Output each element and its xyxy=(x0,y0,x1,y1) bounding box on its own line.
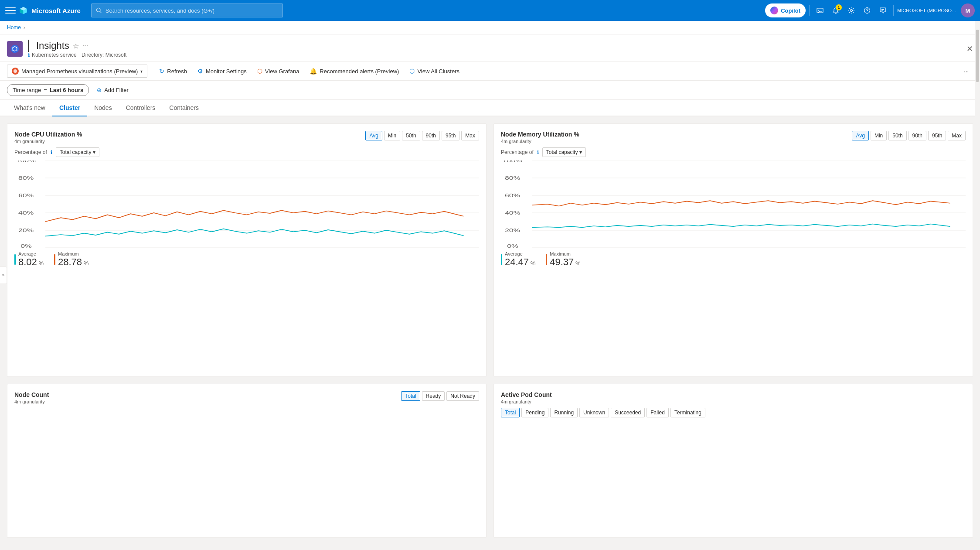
tab-containers[interactable]: Containers xyxy=(162,100,206,116)
brand-logo-area: Microsoft Azure xyxy=(19,6,81,15)
page-title-row: Insights ☆ ··· ℹ Kubernetes service Dire… xyxy=(7,40,973,61)
cpu-max-bar xyxy=(54,254,55,265)
pod-running-button[interactable]: Running xyxy=(550,408,578,417)
user-account[interactable]: MICROSOFT (MICROSOFT.ONMI...) M xyxy=(897,3,975,17)
settings-button[interactable] xyxy=(844,3,858,17)
scrollbar-thumb[interactable] xyxy=(976,30,979,82)
feedback-button[interactable] xyxy=(876,3,890,17)
tab-navigation: What's new Cluster Nodes Controllers Con… xyxy=(0,100,980,116)
svg-text:20%: 20% xyxy=(18,228,34,233)
search-bar[interactable]: Search resources, services, and docs (G+… xyxy=(91,3,283,17)
add-filter-button[interactable]: ⊕ Add Filter xyxy=(92,85,133,96)
expand-panel-button[interactable]: » xyxy=(0,266,7,284)
hamburger-menu[interactable] xyxy=(5,5,16,16)
scrollbar-track[interactable] xyxy=(975,21,980,545)
clusters-icon: ⬡ xyxy=(409,68,415,75)
copilot-button[interactable]: Copilot xyxy=(765,3,806,17)
cpu-avg-value-row: 8.02 % xyxy=(18,256,44,268)
memory-chart-legend: Average 24.47 % Maximum 49.37 % xyxy=(501,251,966,268)
breadcrumb: Home › xyxy=(0,21,980,34)
cloud-shell-button[interactable] xyxy=(813,3,827,17)
tab-whats-new[interactable]: What's new xyxy=(7,100,52,116)
time-range-button[interactable]: Time range = Last 6 hours xyxy=(7,84,89,96)
help-button[interactable] xyxy=(860,3,874,17)
tab-controllers[interactable]: Controllers xyxy=(119,100,163,116)
pod-failed-button[interactable]: Failed xyxy=(647,408,669,417)
memory-avg-info: Average 24.47 % xyxy=(505,251,535,268)
memory-capacity-dropdown[interactable]: Total capacity ▾ xyxy=(542,147,586,157)
svg-text:100%: 100% xyxy=(16,161,36,164)
pod-pending-button[interactable]: Pending xyxy=(521,408,548,417)
breadcrumb-home[interactable]: Home xyxy=(7,24,21,31)
nav-right-icons: Copilot 1 MICROSOFT (MICROSOFT.ONMI...) … xyxy=(765,3,975,17)
recommended-alerts-button[interactable]: 🔔 Recommended alerts (Preview) xyxy=(305,65,403,77)
cpu-ctrl-avg[interactable]: Avg xyxy=(365,131,382,140)
cpu-capacity-dropdown[interactable]: Total capacity ▾ xyxy=(56,147,100,157)
tab-cluster[interactable]: Cluster xyxy=(52,100,87,116)
memory-ctrl-95th[interactable]: 95th xyxy=(928,131,946,140)
notifications-button[interactable]: 1 xyxy=(829,3,843,17)
toolbar-more-button[interactable]: ··· xyxy=(960,65,973,77)
memory-avg-legend: Average 24.47 % xyxy=(501,251,535,268)
pod-count-card: Active Pod Count 4m granularity Total Pe… xyxy=(493,384,973,538)
memory-max-legend: Maximum 49.37 % xyxy=(546,251,580,268)
cpu-info-icon[interactable]: ℹ xyxy=(51,150,52,155)
node-count-title: Node Count xyxy=(14,391,49,398)
cpu-chart-title-area: Node CPU Utilization % 4m granularity xyxy=(14,131,82,144)
cpu-avg-bar xyxy=(14,254,16,265)
svg-text:0%: 0% xyxy=(507,243,518,248)
svg-point-10 xyxy=(14,69,17,73)
memory-ctrl-max[interactable]: Max xyxy=(948,131,966,140)
node-ready-button[interactable]: Ready xyxy=(422,391,445,401)
cpu-ctrl-max[interactable]: Max xyxy=(461,131,479,140)
cpu-avg-info: Average 8.02 % xyxy=(18,251,44,268)
view-grafana-button[interactable]: ⬡ View Grafana xyxy=(253,65,304,77)
info-icon: ℹ xyxy=(28,52,30,58)
svg-text:40%: 40% xyxy=(18,211,34,216)
prometheus-button[interactable]: Managed Prometheus visualizations (Previ… xyxy=(7,65,147,78)
cpu-ctrl-90th[interactable]: 90th xyxy=(422,131,440,140)
svg-point-6 xyxy=(867,12,867,12)
cpu-percentage-row: Percentage of ℹ Total capacity ▾ xyxy=(14,147,479,157)
node-not-ready-button[interactable]: Not Ready xyxy=(446,391,479,401)
pod-count-title-area: Active Pod Count 4m granularity xyxy=(501,391,552,404)
cpu-ctrl-min[interactable]: Min xyxy=(384,131,400,140)
node-count-granularity: 4m granularity xyxy=(14,399,49,404)
memory-ctrl-50th[interactable]: 50th xyxy=(888,131,906,140)
memory-info-icon[interactable]: ℹ xyxy=(537,150,539,155)
memory-chart-header: Node Memory Utilization % 4m granularity… xyxy=(501,131,966,144)
memory-ctrl-avg[interactable]: Avg xyxy=(852,131,868,140)
pod-succeeded-button[interactable]: Succeeded xyxy=(611,408,645,417)
memory-max-value-row: 49.37 % xyxy=(550,256,580,268)
refresh-button[interactable]: ↻ Refresh xyxy=(155,65,191,77)
pod-count-title: Active Pod Count xyxy=(501,391,552,398)
cpu-chart-granularity: 4m granularity xyxy=(14,139,82,144)
node-count-card: Node Count 4m granularity Total Ready No… xyxy=(7,384,487,538)
page-identity: Insights ☆ ··· ℹ Kubernetes service Dire… xyxy=(28,40,126,58)
memory-ctrl-min[interactable]: Min xyxy=(871,131,887,140)
monitor-settings-button[interactable]: ⚙ Monitor Settings xyxy=(193,65,251,77)
user-avatar: M xyxy=(961,3,975,17)
filter-bar: Time range = Last 6 hours ⊕ Add Filter xyxy=(0,81,980,100)
cpu-ctrl-95th[interactable]: 95th xyxy=(442,131,459,140)
svg-point-4 xyxy=(851,10,853,12)
cpu-percentage-label: Percentage of xyxy=(14,149,47,155)
favorite-star-button[interactable]: ☆ xyxy=(73,42,79,50)
cpu-chart-area: 100% 80% 60% 40% 20% 0% 09 AM 10 AM 11 A… xyxy=(14,161,479,248)
pod-total-button[interactable]: Total xyxy=(501,408,520,417)
time-range-eq: = xyxy=(44,87,47,93)
copilot-logo-icon xyxy=(770,7,778,14)
tab-nodes[interactable]: Nodes xyxy=(87,100,119,116)
pod-terminating-button[interactable]: Terminating xyxy=(670,408,705,417)
cpu-ctrl-50th[interactable]: 50th xyxy=(402,131,420,140)
memory-percentage-row: Percentage of ℹ Total capacity ▾ xyxy=(501,147,966,157)
node-total-button[interactable]: Total xyxy=(401,391,420,401)
cpu-chart-title: Node CPU Utilization % xyxy=(14,131,82,138)
view-all-clusters-button[interactable]: ⬡ View All Clusters xyxy=(405,65,464,77)
svg-line-1 xyxy=(100,11,101,13)
close-panel-button[interactable]: ✕ xyxy=(966,44,973,54)
pod-unknown-button[interactable]: Unknown xyxy=(579,408,609,417)
cpu-max-value-row: 28.78 % xyxy=(58,256,88,268)
memory-ctrl-90th[interactable]: 90th xyxy=(909,131,926,140)
more-options-button[interactable]: ··· xyxy=(82,42,88,50)
